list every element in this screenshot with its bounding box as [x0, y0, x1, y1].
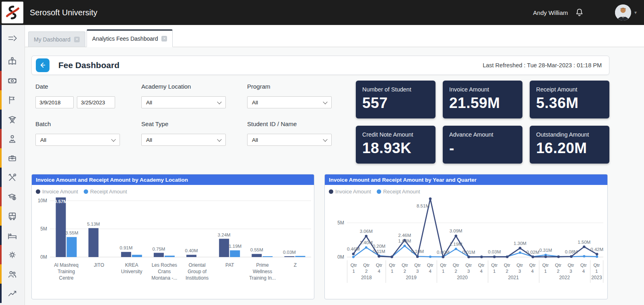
legend-item-invoice-amount[interactable]: Invoice Amount	[329, 189, 371, 195]
filter-student-id-name: Student ID / NameAll	[247, 118, 353, 146]
category-label: JITO	[83, 259, 115, 282]
tab-label: My Dashboard	[34, 36, 70, 43]
sidebar-item-analytics-chart[interactable]	[0, 284, 25, 303]
legend-item-invoice-amount[interactable]: Invoice Amount	[36, 189, 78, 195]
sidebar-toggle-button[interactable]	[0, 25, 25, 52]
filter-label: Program	[247, 83, 353, 90]
sidebar-item-hostel-bed[interactable]	[0, 226, 25, 245]
chevron-down-icon[interactable]: ▾	[634, 10, 637, 15]
academy-location-select[interactable]: All	[141, 96, 226, 108]
svg-text:0.11M: 0.11M	[373, 249, 385, 254]
sidebar-item-banknote[interactable]	[0, 71, 25, 90]
year-group-2018: Qtr1Qtr2Qtr42018	[347, 260, 386, 283]
svg-text:5.13M: 5.13M	[87, 222, 100, 226]
quarter-tick: Qtr3	[411, 260, 424, 274]
chevron-down-icon	[323, 137, 327, 141]
last-refreshed-text: Last Refreshed : Tue 28-Mar-2023 : 01:18…	[483, 62, 602, 68]
legend-label: Invoice Amount	[335, 189, 371, 195]
legend-label: Receipt Amount	[383, 189, 420, 195]
svg-text:3.09M: 3.09M	[450, 228, 462, 233]
hostel-bed-icon	[7, 230, 17, 241]
graduate-student-icon	[7, 114, 17, 124]
svg-text:0.57M: 0.57M	[54, 199, 67, 204]
sidebar-strip	[0, 110, 2, 129]
date-from-input[interactable]	[35, 96, 74, 108]
filter-program: ProgramAll	[247, 81, 353, 108]
category-label: Al MashreqTrainingCentre	[50, 259, 83, 282]
svg-text:0.31M: 0.31M	[539, 248, 552, 253]
year-label: 2022	[539, 274, 590, 283]
quarter-tick: Qtr2	[450, 260, 462, 274]
sidebar-item-users-group[interactable]	[0, 264, 25, 284]
svg-text:0.75M: 0.75M	[152, 247, 165, 251]
chevron-down-icon	[217, 100, 221, 104]
back-button[interactable]	[36, 58, 50, 72]
year-group-2022: Qtr1Qtr2Qtr3Qtr42022	[539, 260, 590, 283]
filters-panel: DateAcademy LocationAllProgramAllBatchAl…	[31, 81, 353, 164]
page: Serosoft University Andy William	[0, 0, 644, 305]
user-avatar[interactable]	[615, 4, 631, 21]
sidebar-item-flag[interactable]	[0, 90, 25, 110]
line-chart-panel: Invoice Amount and Receipt Amount by Yea…	[324, 174, 608, 299]
sidebar-item-bus-transport[interactable]	[0, 206, 25, 226]
chevron-down-icon	[217, 137, 221, 141]
filter-seat-type: Seat TypeAll	[141, 118, 247, 146]
quarter-tick: Qtr4	[475, 260, 488, 274]
svg-text:1.63M: 1.63M	[398, 239, 411, 243]
bell-icon[interactable]	[574, 8, 584, 18]
legend-dot	[84, 189, 88, 194]
svg-text:0.00M: 0.00M	[437, 250, 450, 255]
svg-text:1.19M: 1.19M	[229, 244, 242, 249]
category-label: Les RochesCransMontana -...	[148, 259, 181, 282]
kpi-label: Receipt Amount	[536, 86, 603, 93]
kpi-value: 5.36M	[536, 95, 603, 112]
category-label: Z	[279, 259, 312, 282]
date-to-input[interactable]	[77, 96, 115, 108]
sidebar-item-graduate-student[interactable]	[0, 110, 25, 129]
tab-analytics-fees-dashboard[interactable]: Analytics Fees Dashboard×	[87, 29, 173, 47]
sidebar-item-briefcase[interactable]	[0, 148, 25, 168]
sidebar-item-fee-collection[interactable]	[0, 187, 25, 206]
user-name[interactable]: Andy William	[533, 9, 568, 16]
quarter-tick: Qtr4	[424, 260, 437, 274]
program-select[interactable]: All	[247, 96, 332, 108]
svg-text:0.01M: 0.01M	[462, 250, 475, 255]
legend-item-receipt-amount[interactable]: Receipt Amount	[84, 189, 127, 195]
student-id-name-select[interactable]: All	[247, 134, 332, 146]
sidebar-item-tools[interactable]	[0, 168, 25, 187]
kpi-value: 557	[362, 95, 429, 112]
kpi-card-credit-note-amount: Credit Note Amount18.93K	[356, 126, 436, 164]
sidebar-strip	[0, 71, 2, 90]
quarter-tick: Qtr1	[347, 260, 360, 274]
sidebar-item-settings-gear[interactable]	[0, 245, 25, 264]
legend-dot	[36, 189, 40, 194]
legend-label: Receipt Amount	[90, 189, 127, 195]
kpi-label: Outstanding Amount	[536, 131, 603, 138]
filter-row: DateAcademy LocationAllProgramAll	[35, 81, 353, 108]
batch-select[interactable]: All	[35, 134, 120, 146]
close-icon[interactable]: ×	[161, 36, 167, 41]
legend-dot	[377, 189, 381, 194]
quarter-tick: Qtr2	[360, 260, 373, 274]
page-title: Fee Dashboard	[58, 60, 120, 70]
legend-item-receipt-amount[interactable]: Receipt Amount	[377, 189, 420, 195]
sidebar-strip	[0, 206, 2, 226]
close-icon[interactable]: ×	[74, 37, 80, 42]
year-group-2021: Qtr1Qtr2Qtr3Qtr42021	[488, 260, 539, 283]
select-value: All	[146, 100, 152, 106]
sidebar-item-reading-course[interactable]	[0, 52, 25, 71]
bar-chart-panel: Invoice Amount and Receipt Amount by Aca…	[31, 174, 314, 299]
seat-type-select[interactable]: All	[141, 134, 226, 146]
quarter-tick: Qtr4	[373, 260, 386, 274]
svg-text:0.03M: 0.03M	[283, 250, 296, 255]
content-area: Fee Dashboard Last Refreshed : Tue 28-Ma…	[25, 47, 644, 305]
users-group-icon	[7, 269, 17, 279]
quarter-tick: Qtr1	[590, 260, 603, 274]
filter-row: BatchAllSeat TypeAllStudent ID / NameAll	[35, 118, 353, 146]
header-right: Andy William ▾	[533, 4, 644, 21]
year-label: 2023	[590, 274, 603, 283]
tab-my-dashboard[interactable]: My Dashboard×	[28, 31, 85, 47]
sidebar-item-person[interactable]	[0, 129, 25, 148]
reading-course-icon	[7, 56, 17, 66]
kpi-label: Number of Student	[362, 86, 429, 93]
